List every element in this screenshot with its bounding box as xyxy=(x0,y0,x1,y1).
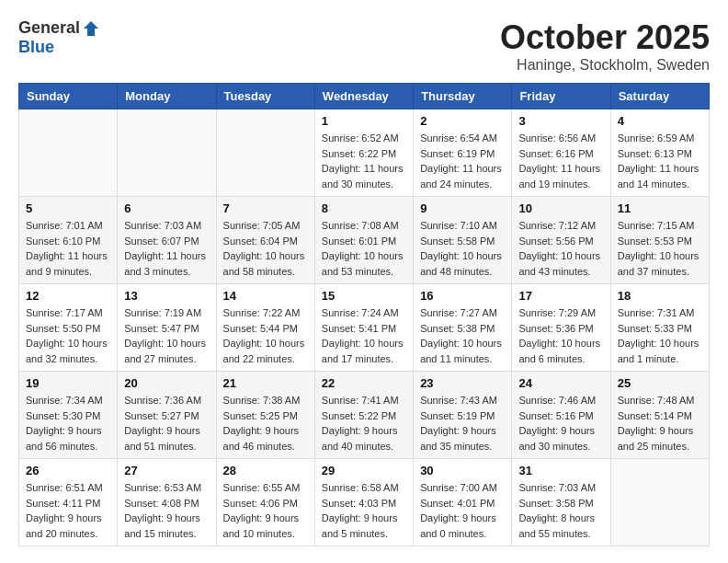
day-info: Sunrise: 7:19 AM Sunset: 5:47 PM Dayligh… xyxy=(124,305,209,366)
day-info: Sunrise: 7:46 AM Sunset: 5:16 PM Dayligh… xyxy=(518,393,603,454)
day-info: Sunrise: 6:52 AM Sunset: 6:22 PM Dayligh… xyxy=(322,131,406,191)
calendar-day-cell xyxy=(19,109,118,197)
day-number: 1 xyxy=(322,114,406,128)
day-info: Sunrise: 6:51 AM Sunset: 4:11 PM Dayligh… xyxy=(26,480,110,541)
day-number: 4 xyxy=(618,114,702,128)
calendar-day-cell: 3Sunrise: 6:56 AM Sunset: 6:16 PM Daylig… xyxy=(512,109,610,197)
location-title: Haninge, Stockholm, Sweden xyxy=(500,57,710,74)
day-info: Sunrise: 7:43 AM Sunset: 5:19 PM Dayligh… xyxy=(420,393,505,454)
title-section: October 2025 Haninge, Stockholm, Sweden xyxy=(500,18,710,74)
calendar-day-cell: 8Sunrise: 7:08 AM Sunset: 6:01 PM Daylig… xyxy=(314,197,413,284)
day-info: Sunrise: 7:38 AM Sunset: 5:25 PM Dayligh… xyxy=(223,393,308,454)
day-info: Sunrise: 7:27 AM Sunset: 5:38 PM Dayligh… xyxy=(420,305,505,366)
day-info: Sunrise: 6:58 AM Sunset: 4:03 PM Dayligh… xyxy=(322,480,406,541)
calendar-day-cell: 9Sunrise: 7:10 AM Sunset: 5:58 PM Daylig… xyxy=(414,197,512,284)
calendar-day-cell: 27Sunrise: 6:53 AM Sunset: 4:08 PM Dayli… xyxy=(118,459,216,546)
calendar-day-cell: 23Sunrise: 7:43 AM Sunset: 5:19 PM Dayli… xyxy=(414,372,512,459)
day-number: 28 xyxy=(223,464,308,477)
calendar-day-cell: 1Sunrise: 6:52 AM Sunset: 6:22 PM Daylig… xyxy=(314,109,413,197)
calendar-day-cell: 31Sunrise: 7:03 AM Sunset: 3:58 PM Dayli… xyxy=(512,459,610,546)
day-info: Sunrise: 7:15 AM Sunset: 5:53 PM Dayligh… xyxy=(618,218,702,279)
calendar-day-cell: 29Sunrise: 6:58 AM Sunset: 4:03 PM Dayli… xyxy=(314,459,413,546)
day-number: 14 xyxy=(223,289,308,303)
calendar-week-row: 19Sunrise: 7:34 AM Sunset: 5:30 PM Dayli… xyxy=(19,372,710,459)
day-info: Sunrise: 6:59 AM Sunset: 6:13 PM Dayligh… xyxy=(618,131,702,191)
day-info: Sunrise: 7:01 AM Sunset: 6:10 PM Dayligh… xyxy=(26,218,110,279)
day-number: 16 xyxy=(420,289,505,303)
calendar-day-cell: 14Sunrise: 7:22 AM Sunset: 5:44 PM Dayli… xyxy=(216,284,314,372)
day-number: 6 xyxy=(124,201,209,215)
svg-marker-0 xyxy=(84,21,98,36)
day-number: 5 xyxy=(26,201,110,215)
calendar-week-row: 5Sunrise: 7:01 AM Sunset: 6:10 PM Daylig… xyxy=(19,197,710,284)
calendar-day-cell: 28Sunrise: 6:55 AM Sunset: 4:06 PM Dayli… xyxy=(216,459,314,546)
day-info: Sunrise: 7:17 AM Sunset: 5:50 PM Dayligh… xyxy=(26,305,110,366)
calendar-week-row: 1Sunrise: 6:52 AM Sunset: 6:22 PM Daylig… xyxy=(19,109,710,197)
weekday-header-cell: Tuesday xyxy=(216,84,314,109)
day-number: 20 xyxy=(124,376,209,390)
day-info: Sunrise: 7:29 AM Sunset: 5:36 PM Dayligh… xyxy=(518,305,603,366)
day-info: Sunrise: 7:41 AM Sunset: 5:22 PM Dayligh… xyxy=(322,393,406,454)
day-info: Sunrise: 6:53 AM Sunset: 4:08 PM Dayligh… xyxy=(124,480,209,541)
day-number: 24 xyxy=(518,376,603,390)
calendar-table: SundayMondayTuesdayWednesdayThursdayFrid… xyxy=(18,83,710,546)
calendar-day-cell: 5Sunrise: 7:01 AM Sunset: 6:10 PM Daylig… xyxy=(19,197,118,284)
page-header: General Blue October 2025 Haninge, Stock… xyxy=(18,18,710,74)
day-number: 7 xyxy=(223,201,308,215)
day-number: 12 xyxy=(26,289,110,303)
calendar-day-cell: 30Sunrise: 7:00 AM Sunset: 4:01 PM Dayli… xyxy=(414,459,512,546)
calendar-day-cell xyxy=(118,109,216,197)
calendar-day-cell xyxy=(610,459,709,546)
day-number: 15 xyxy=(322,289,406,303)
day-number: 26 xyxy=(26,464,110,477)
calendar-week-row: 12Sunrise: 7:17 AM Sunset: 5:50 PM Dayli… xyxy=(19,284,710,372)
calendar-day-cell: 12Sunrise: 7:17 AM Sunset: 5:50 PM Dayli… xyxy=(19,284,118,372)
calendar-day-cell: 10Sunrise: 7:12 AM Sunset: 5:56 PM Dayli… xyxy=(512,197,610,284)
weekday-header-cell: Sunday xyxy=(19,84,118,109)
month-title: October 2025 xyxy=(500,18,710,57)
day-number: 2 xyxy=(420,114,505,128)
calendar-day-cell: 26Sunrise: 6:51 AM Sunset: 4:11 PM Dayli… xyxy=(19,459,118,546)
day-number: 9 xyxy=(420,201,505,215)
weekday-header-cell: Thursday xyxy=(414,84,512,109)
day-number: 29 xyxy=(322,464,406,477)
day-info: Sunrise: 7:22 AM Sunset: 5:44 PM Dayligh… xyxy=(223,305,308,366)
day-info: Sunrise: 7:00 AM Sunset: 4:01 PM Dayligh… xyxy=(420,480,505,541)
calendar-day-cell: 21Sunrise: 7:38 AM Sunset: 5:25 PM Dayli… xyxy=(216,372,314,459)
calendar-day-cell xyxy=(216,109,314,197)
calendar-day-cell: 19Sunrise: 7:34 AM Sunset: 5:30 PM Dayli… xyxy=(19,372,118,459)
calendar-day-cell: 18Sunrise: 7:31 AM Sunset: 5:33 PM Dayli… xyxy=(610,284,709,372)
day-info: Sunrise: 7:10 AM Sunset: 5:58 PM Dayligh… xyxy=(420,218,505,279)
day-info: Sunrise: 6:56 AM Sunset: 6:16 PM Dayligh… xyxy=(518,131,603,191)
day-number: 23 xyxy=(420,376,505,390)
calendar-day-cell: 4Sunrise: 6:59 AM Sunset: 6:13 PM Daylig… xyxy=(610,109,709,197)
weekday-header-cell: Saturday xyxy=(610,84,709,109)
logo-general-text: General xyxy=(18,18,80,38)
calendar-week-row: 26Sunrise: 6:51 AM Sunset: 4:11 PM Dayli… xyxy=(19,459,710,546)
day-info: Sunrise: 7:24 AM Sunset: 5:41 PM Dayligh… xyxy=(322,305,406,366)
day-number: 18 xyxy=(618,289,702,303)
day-number: 30 xyxy=(420,464,505,477)
calendar-body: 1Sunrise: 6:52 AM Sunset: 6:22 PM Daylig… xyxy=(19,109,710,546)
day-info: Sunrise: 7:36 AM Sunset: 5:27 PM Dayligh… xyxy=(124,393,209,454)
weekday-header-cell: Friday xyxy=(512,84,610,109)
day-info: Sunrise: 7:31 AM Sunset: 5:33 PM Dayligh… xyxy=(618,305,702,366)
weekday-header-row: SundayMondayTuesdayWednesdayThursdayFrid… xyxy=(19,84,710,109)
day-info: Sunrise: 7:08 AM Sunset: 6:01 PM Dayligh… xyxy=(322,218,406,279)
day-number: 8 xyxy=(322,201,406,215)
day-info: Sunrise: 7:12 AM Sunset: 5:56 PM Dayligh… xyxy=(518,218,603,279)
calendar-day-cell: 15Sunrise: 7:24 AM Sunset: 5:41 PM Dayli… xyxy=(314,284,413,372)
calendar-day-cell: 13Sunrise: 7:19 AM Sunset: 5:47 PM Dayli… xyxy=(118,284,216,372)
calendar-day-cell: 22Sunrise: 7:41 AM Sunset: 5:22 PM Dayli… xyxy=(314,372,413,459)
day-number: 21 xyxy=(223,376,308,390)
day-number: 22 xyxy=(322,376,406,390)
day-info: Sunrise: 6:55 AM Sunset: 4:06 PM Dayligh… xyxy=(223,480,308,541)
calendar-day-cell: 25Sunrise: 7:48 AM Sunset: 5:14 PM Dayli… xyxy=(610,372,709,459)
logo-blue-text: Blue xyxy=(18,38,54,57)
logo-icon xyxy=(82,19,100,38)
day-info: Sunrise: 7:05 AM Sunset: 6:04 PM Dayligh… xyxy=(223,218,308,279)
calendar-day-cell: 11Sunrise: 7:15 AM Sunset: 5:53 PM Dayli… xyxy=(610,197,709,284)
calendar-day-cell: 20Sunrise: 7:36 AM Sunset: 5:27 PM Dayli… xyxy=(118,372,216,459)
weekday-header-cell: Wednesday xyxy=(314,84,413,109)
weekday-header-cell: Monday xyxy=(118,84,216,109)
